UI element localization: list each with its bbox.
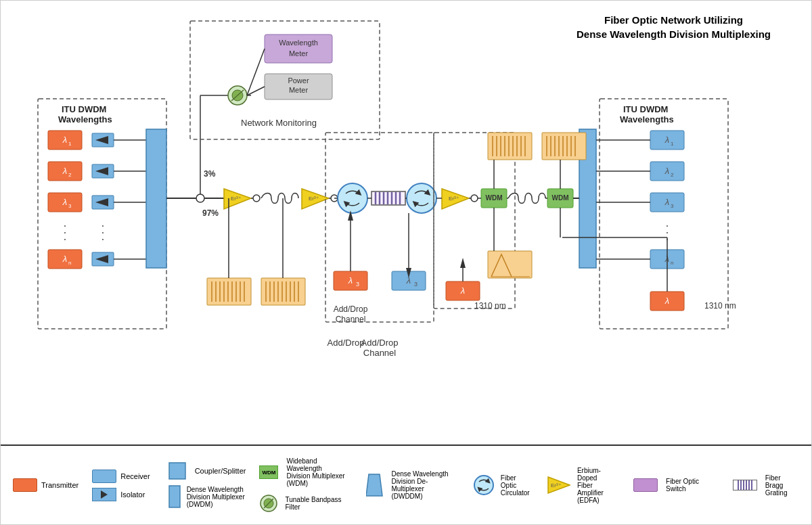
svg-text:Wavelength: Wavelength bbox=[279, 39, 318, 47]
svg-text:λ: λ bbox=[62, 254, 67, 264]
svg-point-195 bbox=[474, 476, 493, 495]
svg-text:λ: λ bbox=[664, 166, 669, 176]
receiver-icon bbox=[92, 470, 116, 483]
svg-text:λ: λ bbox=[62, 197, 67, 207]
svg-text:Er³⁺: Er³⁺ bbox=[551, 482, 561, 488]
svg-text:Network Monitoring: Network Monitoring bbox=[241, 118, 317, 128]
svg-text:3: 3 bbox=[671, 203, 674, 209]
svg-text:3%: 3% bbox=[204, 169, 216, 179]
svg-text:λ: λ bbox=[460, 286, 465, 296]
svg-text:3: 3 bbox=[356, 281, 359, 288]
wdm-icon: WDM bbox=[259, 465, 278, 479]
svg-point-57 bbox=[253, 195, 260, 202]
svg-text:1: 1 bbox=[68, 141, 72, 147]
svg-text:n: n bbox=[671, 260, 673, 266]
legend: Transmitter Receiver Isolator Coupler/Sp… bbox=[1, 444, 811, 524]
svg-text:n: n bbox=[68, 260, 71, 266]
legend-switch: Fiber Optic Switch bbox=[633, 478, 719, 493]
legend-wdm-filter: WDM Wideband WavelengthDivision Multiple… bbox=[259, 457, 353, 513]
switch-label: Fiber Optic Switch bbox=[666, 478, 719, 493]
edfa-icon: Er³⁺ bbox=[547, 476, 570, 495]
svg-text:Channel: Channel bbox=[363, 348, 397, 358]
svg-rect-175 bbox=[542, 133, 586, 160]
svg-text:1310 nm: 1310 nm bbox=[474, 301, 506, 311]
svg-text:Er³⁺: Er³⁺ bbox=[231, 196, 241, 202]
svg-point-81 bbox=[471, 195, 478, 202]
svg-marker-194 bbox=[366, 474, 382, 496]
legend-coupler-dwdm: Coupler/Splitter Dense WavelengthDivisio… bbox=[164, 461, 246, 509]
svg-text:Er³⁺: Er³⁺ bbox=[449, 196, 459, 202]
svg-text:Meter: Meter bbox=[289, 86, 308, 94]
circulator-icon bbox=[473, 474, 494, 496]
svg-text:WDM: WDM bbox=[486, 194, 503, 202]
svg-text:λ: λ bbox=[62, 166, 67, 176]
svg-text:λ: λ bbox=[664, 135, 669, 145]
svg-text:ITU DWDM: ITU DWDM bbox=[62, 104, 106, 114]
svg-text:3: 3 bbox=[414, 281, 418, 288]
main-container: Fiber Optic Network Utilizing Dense Wave… bbox=[0, 0, 812, 525]
legend-dwddm: Dense WavelengthDivision De-Multiplexer(… bbox=[366, 470, 459, 500]
transmitter-icon bbox=[13, 478, 37, 492]
legend-receiver: Receiver Isolator bbox=[92, 470, 150, 501]
svg-marker-34 bbox=[148, 131, 164, 267]
isolator-icon bbox=[92, 488, 116, 501]
diagram-svg: ITU DWDM Wavelengths λ 1 λ 2 λ 3 · · · λ… bbox=[1, 1, 812, 444]
svg-text:2: 2 bbox=[671, 172, 674, 178]
svg-point-36 bbox=[196, 194, 204, 202]
svg-text:Er³⁺: Er³⁺ bbox=[309, 196, 319, 202]
svg-marker-190 bbox=[169, 486, 180, 507]
svg-text:·: · bbox=[64, 233, 66, 245]
svg-text:Wavelengths: Wavelengths bbox=[620, 114, 674, 124]
svg-text:3: 3 bbox=[68, 203, 72, 209]
svg-text:Add/Drop: Add/Drop bbox=[334, 304, 368, 314]
svg-text:Add/Drop: Add/Drop bbox=[361, 338, 399, 348]
svg-text:λ: λ bbox=[664, 197, 669, 207]
legend-circulator: Fiber OpticCirculator bbox=[473, 474, 533, 497]
svg-text:97%: 97% bbox=[202, 208, 219, 218]
svg-text:λ: λ bbox=[348, 275, 353, 286]
dwdm-icon bbox=[164, 484, 183, 509]
switch-icon bbox=[633, 478, 658, 492]
svg-text:λ: λ bbox=[62, 135, 67, 145]
filter-icon bbox=[259, 494, 278, 513]
svg-marker-126 bbox=[460, 258, 466, 268]
svg-text:1310 nm: 1310 nm bbox=[704, 301, 736, 311]
svg-text:1: 1 bbox=[671, 141, 674, 147]
svg-text:Power: Power bbox=[288, 76, 309, 85]
coupler-icon bbox=[164, 461, 191, 480]
svg-marker-189 bbox=[169, 463, 185, 479]
legend-bragg: Fiber BraggGrating bbox=[733, 474, 799, 497]
dwddm-icon bbox=[366, 473, 384, 497]
svg-text:WDM: WDM bbox=[552, 194, 569, 202]
bragg-icon bbox=[733, 480, 757, 490]
svg-text:Wavelengths: Wavelengths bbox=[58, 114, 112, 124]
svg-text:Meter: Meter bbox=[289, 49, 308, 58]
svg-text:λ: λ bbox=[664, 296, 669, 306]
svg-point-75 bbox=[407, 183, 436, 213]
svg-text:2: 2 bbox=[68, 172, 72, 178]
svg-text:Channel: Channel bbox=[336, 315, 366, 324]
legend-transmitter: Transmitter bbox=[13, 478, 78, 492]
svg-point-63 bbox=[338, 183, 367, 213]
legend-edfa: Er³⁺ Erbium-DopedFiber Amplifier(EDFA) bbox=[547, 467, 620, 504]
svg-text:Add/Drop: Add/Drop bbox=[328, 338, 365, 348]
svg-rect-149 bbox=[325, 133, 434, 322]
svg-text:ITU DWDM: ITU DWDM bbox=[623, 104, 668, 114]
svg-text:λ: λ bbox=[406, 275, 411, 286]
svg-text:·: · bbox=[102, 233, 104, 245]
